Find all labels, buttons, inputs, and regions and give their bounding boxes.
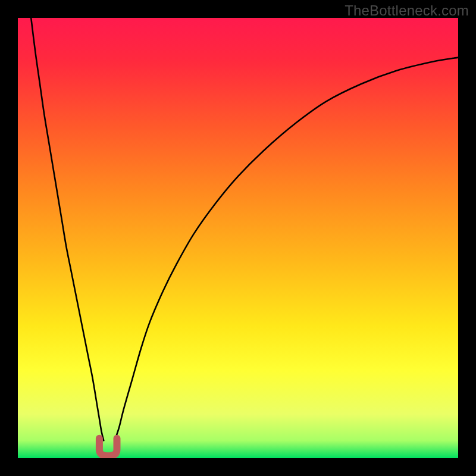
watermark-text: TheBottleneck.com bbox=[345, 2, 469, 19]
gradient-background bbox=[18, 18, 458, 458]
chart-frame bbox=[18, 18, 458, 458]
chart-svg bbox=[18, 18, 458, 458]
